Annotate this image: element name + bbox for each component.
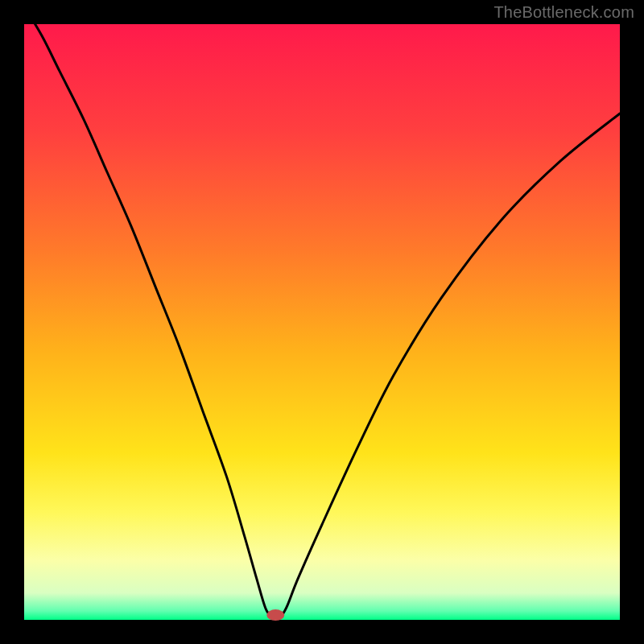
bottleneck-chart: [0, 0, 644, 644]
chart-frame: TheBottleneck.com: [0, 0, 644, 644]
chart-gradient-bg: [24, 24, 620, 620]
optimal-point-marker: [266, 609, 284, 621]
watermark-text: TheBottleneck.com: [493, 3, 634, 22]
